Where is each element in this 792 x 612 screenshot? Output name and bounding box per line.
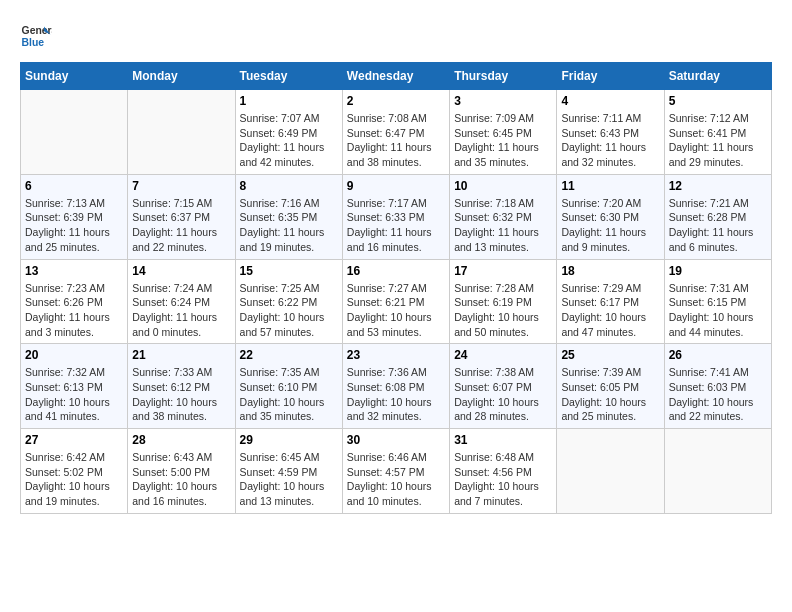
calendar-cell: 17Sunrise: 7:28 AMSunset: 6:19 PMDayligh… (450, 259, 557, 344)
day-number: 27 (25, 433, 123, 447)
calendar-cell: 29Sunrise: 6:45 AMSunset: 4:59 PMDayligh… (235, 429, 342, 514)
calendar-table: SundayMondayTuesdayWednesdayThursdayFrid… (20, 62, 772, 514)
day-detail: Sunrise: 7:36 AMSunset: 6:08 PMDaylight:… (347, 365, 445, 424)
calendar-cell: 25Sunrise: 7:39 AMSunset: 6:05 PMDayligh… (557, 344, 664, 429)
day-of-week-header: Sunday (21, 63, 128, 90)
calendar-cell: 28Sunrise: 6:43 AMSunset: 5:00 PMDayligh… (128, 429, 235, 514)
day-detail: Sunrise: 7:29 AMSunset: 6:17 PMDaylight:… (561, 281, 659, 340)
logo-icon: General Blue (20, 20, 52, 52)
day-of-week-header: Tuesday (235, 63, 342, 90)
day-number: 12 (669, 179, 767, 193)
day-number: 28 (132, 433, 230, 447)
day-detail: Sunrise: 7:16 AMSunset: 6:35 PMDaylight:… (240, 196, 338, 255)
calendar-cell: 13Sunrise: 7:23 AMSunset: 6:26 PMDayligh… (21, 259, 128, 344)
day-number: 19 (669, 264, 767, 278)
calendar-cell: 21Sunrise: 7:33 AMSunset: 6:12 PMDayligh… (128, 344, 235, 429)
calendar-week-row: 20Sunrise: 7:32 AMSunset: 6:13 PMDayligh… (21, 344, 772, 429)
day-number: 16 (347, 264, 445, 278)
day-number: 18 (561, 264, 659, 278)
day-detail: Sunrise: 7:31 AMSunset: 6:15 PMDaylight:… (669, 281, 767, 340)
calendar-cell: 22Sunrise: 7:35 AMSunset: 6:10 PMDayligh… (235, 344, 342, 429)
day-detail: Sunrise: 7:18 AMSunset: 6:32 PMDaylight:… (454, 196, 552, 255)
day-number: 1 (240, 94, 338, 108)
day-detail: Sunrise: 7:13 AMSunset: 6:39 PMDaylight:… (25, 196, 123, 255)
calendar-cell: 6Sunrise: 7:13 AMSunset: 6:39 PMDaylight… (21, 174, 128, 259)
day-number: 22 (240, 348, 338, 362)
page-header: General Blue (20, 20, 772, 52)
day-detail: Sunrise: 6:46 AMSunset: 4:57 PMDaylight:… (347, 450, 445, 509)
day-of-week-header: Saturday (664, 63, 771, 90)
calendar-cell: 15Sunrise: 7:25 AMSunset: 6:22 PMDayligh… (235, 259, 342, 344)
day-detail: Sunrise: 7:20 AMSunset: 6:30 PMDaylight:… (561, 196, 659, 255)
day-detail: Sunrise: 7:35 AMSunset: 6:10 PMDaylight:… (240, 365, 338, 424)
svg-text:Blue: Blue (22, 37, 45, 48)
day-detail: Sunrise: 7:32 AMSunset: 6:13 PMDaylight:… (25, 365, 123, 424)
day-number: 25 (561, 348, 659, 362)
day-detail: Sunrise: 7:17 AMSunset: 6:33 PMDaylight:… (347, 196, 445, 255)
calendar-week-row: 1Sunrise: 7:07 AMSunset: 6:49 PMDaylight… (21, 90, 772, 175)
calendar-cell: 9Sunrise: 7:17 AMSunset: 6:33 PMDaylight… (342, 174, 449, 259)
day-number: 23 (347, 348, 445, 362)
calendar-cell: 30Sunrise: 6:46 AMSunset: 4:57 PMDayligh… (342, 429, 449, 514)
day-number: 21 (132, 348, 230, 362)
day-number: 11 (561, 179, 659, 193)
day-number: 4 (561, 94, 659, 108)
calendar-week-row: 27Sunrise: 6:42 AMSunset: 5:02 PMDayligh… (21, 429, 772, 514)
day-of-week-header: Thursday (450, 63, 557, 90)
calendar-cell: 19Sunrise: 7:31 AMSunset: 6:15 PMDayligh… (664, 259, 771, 344)
day-number: 15 (240, 264, 338, 278)
day-detail: Sunrise: 7:21 AMSunset: 6:28 PMDaylight:… (669, 196, 767, 255)
day-number: 9 (347, 179, 445, 193)
day-detail: Sunrise: 7:28 AMSunset: 6:19 PMDaylight:… (454, 281, 552, 340)
day-detail: Sunrise: 7:24 AMSunset: 6:24 PMDaylight:… (132, 281, 230, 340)
day-detail: Sunrise: 6:48 AMSunset: 4:56 PMDaylight:… (454, 450, 552, 509)
day-number: 30 (347, 433, 445, 447)
calendar-cell: 10Sunrise: 7:18 AMSunset: 6:32 PMDayligh… (450, 174, 557, 259)
day-number: 29 (240, 433, 338, 447)
day-number: 20 (25, 348, 123, 362)
day-detail: Sunrise: 7:25 AMSunset: 6:22 PMDaylight:… (240, 281, 338, 340)
day-detail: Sunrise: 6:43 AMSunset: 5:00 PMDaylight:… (132, 450, 230, 509)
day-detail: Sunrise: 7:07 AMSunset: 6:49 PMDaylight:… (240, 111, 338, 170)
calendar-cell (557, 429, 664, 514)
day-number: 13 (25, 264, 123, 278)
calendar-cell: 5Sunrise: 7:12 AMSunset: 6:41 PMDaylight… (664, 90, 771, 175)
day-detail: Sunrise: 7:12 AMSunset: 6:41 PMDaylight:… (669, 111, 767, 170)
day-number: 26 (669, 348, 767, 362)
day-detail: Sunrise: 7:15 AMSunset: 6:37 PMDaylight:… (132, 196, 230, 255)
day-of-week-header: Friday (557, 63, 664, 90)
day-number: 14 (132, 264, 230, 278)
calendar-cell (128, 90, 235, 175)
day-detail: Sunrise: 7:38 AMSunset: 6:07 PMDaylight:… (454, 365, 552, 424)
calendar-cell: 2Sunrise: 7:08 AMSunset: 6:47 PMDaylight… (342, 90, 449, 175)
day-detail: Sunrise: 6:42 AMSunset: 5:02 PMDaylight:… (25, 450, 123, 509)
calendar-cell: 11Sunrise: 7:20 AMSunset: 6:30 PMDayligh… (557, 174, 664, 259)
day-number: 2 (347, 94, 445, 108)
day-number: 8 (240, 179, 338, 193)
calendar-cell: 24Sunrise: 7:38 AMSunset: 6:07 PMDayligh… (450, 344, 557, 429)
day-number: 24 (454, 348, 552, 362)
day-detail: Sunrise: 7:33 AMSunset: 6:12 PMDaylight:… (132, 365, 230, 424)
calendar-cell: 31Sunrise: 6:48 AMSunset: 4:56 PMDayligh… (450, 429, 557, 514)
calendar-cell: 23Sunrise: 7:36 AMSunset: 6:08 PMDayligh… (342, 344, 449, 429)
day-number: 7 (132, 179, 230, 193)
day-detail: Sunrise: 6:45 AMSunset: 4:59 PMDaylight:… (240, 450, 338, 509)
calendar-cell (664, 429, 771, 514)
day-number: 31 (454, 433, 552, 447)
day-number: 10 (454, 179, 552, 193)
calendar-cell: 3Sunrise: 7:09 AMSunset: 6:45 PMDaylight… (450, 90, 557, 175)
day-detail: Sunrise: 7:09 AMSunset: 6:45 PMDaylight:… (454, 111, 552, 170)
calendar-cell: 16Sunrise: 7:27 AMSunset: 6:21 PMDayligh… (342, 259, 449, 344)
calendar-cell: 27Sunrise: 6:42 AMSunset: 5:02 PMDayligh… (21, 429, 128, 514)
calendar-week-row: 6Sunrise: 7:13 AMSunset: 6:39 PMDaylight… (21, 174, 772, 259)
day-of-week-header: Monday (128, 63, 235, 90)
day-detail: Sunrise: 7:11 AMSunset: 6:43 PMDaylight:… (561, 111, 659, 170)
day-detail: Sunrise: 7:41 AMSunset: 6:03 PMDaylight:… (669, 365, 767, 424)
calendar-cell: 18Sunrise: 7:29 AMSunset: 6:17 PMDayligh… (557, 259, 664, 344)
calendar-cell: 8Sunrise: 7:16 AMSunset: 6:35 PMDaylight… (235, 174, 342, 259)
day-number: 17 (454, 264, 552, 278)
calendar-cell: 26Sunrise: 7:41 AMSunset: 6:03 PMDayligh… (664, 344, 771, 429)
calendar-cell (21, 90, 128, 175)
day-number: 5 (669, 94, 767, 108)
day-of-week-header: Wednesday (342, 63, 449, 90)
